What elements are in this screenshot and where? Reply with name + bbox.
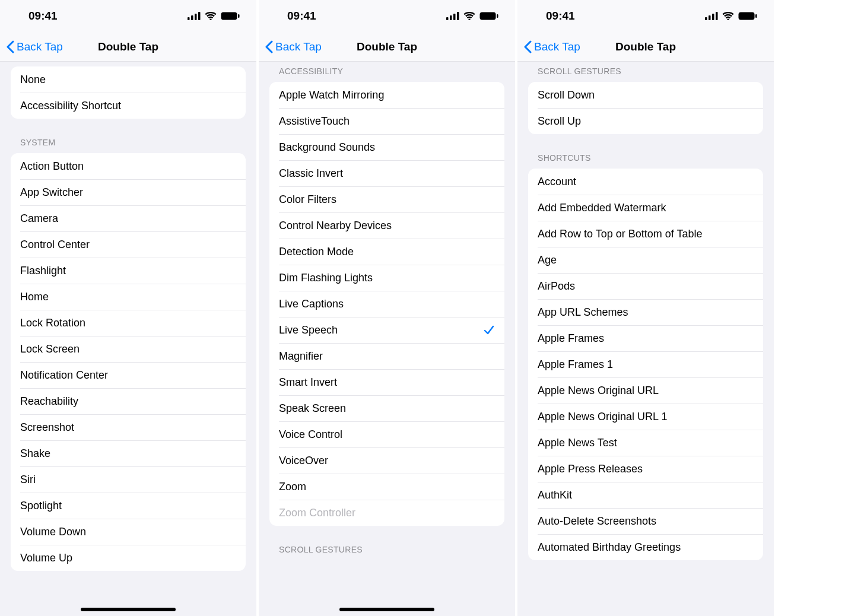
option-volume-up[interactable]: Volume Up bbox=[11, 545, 246, 571]
option-color-filters[interactable]: Color Filters bbox=[269, 186, 504, 212]
option-assistivetouch[interactable]: AssistiveTouch bbox=[269, 108, 504, 134]
section-header-shortcuts: SHORTCUTS bbox=[517, 145, 774, 166]
option-volume-down[interactable]: Volume Down bbox=[11, 519, 246, 545]
option-voiceover[interactable]: VoiceOver bbox=[269, 447, 504, 474]
option-home[interactable]: Home bbox=[11, 284, 246, 310]
option-lock-screen[interactable]: Lock Screen bbox=[11, 336, 246, 362]
section-header-scroll-gestures: SCROLL GESTURES bbox=[517, 62, 774, 80]
scroll-gestures-group: Scroll Down Scroll Up bbox=[528, 82, 763, 134]
nav-bar: Back Tap Double Tap bbox=[259, 32, 515, 62]
row-label: Automated Birthday Greetings bbox=[538, 541, 681, 554]
row-label: Color Filters bbox=[279, 193, 336, 206]
option-automated-birthday-greetings[interactable]: Automated Birthday Greetings bbox=[528, 534, 763, 560]
row-label: Notification Center bbox=[20, 369, 108, 382]
status-bar: 09:41 bbox=[0, 0, 256, 32]
option-camera[interactable]: Camera bbox=[11, 205, 246, 231]
option-voice-control[interactable]: Voice Control bbox=[269, 421, 504, 447]
row-label: Classic Invert bbox=[279, 167, 343, 180]
row-label: Screenshot bbox=[20, 421, 74, 434]
back-label: Back Tap bbox=[534, 40, 580, 53]
option-apple-frames[interactable]: Apple Frames bbox=[528, 325, 763, 351]
option-live-captions[interactable]: Live Captions bbox=[269, 291, 504, 317]
battery-icon bbox=[221, 12, 240, 20]
row-label: Volume Down bbox=[20, 526, 86, 538]
option-apple-news-original-url[interactable]: Apple News Original URL bbox=[528, 377, 763, 404]
row-label: AuthKit bbox=[538, 489, 572, 501]
row-label: Apple Watch Mirroring bbox=[279, 89, 384, 101]
option-scroll-up[interactable]: Scroll Up bbox=[528, 108, 763, 134]
option-authkit[interactable]: AuthKit bbox=[528, 482, 763, 508]
option-action-button[interactable]: Action Button bbox=[11, 153, 246, 179]
home-indicator[interactable] bbox=[81, 608, 176, 611]
option-zoom-controller: Zoom Controller bbox=[269, 500, 504, 526]
option-apple-watch-mirroring[interactable]: Apple Watch Mirroring bbox=[269, 82, 504, 108]
option-classic-invert[interactable]: Classic Invert bbox=[269, 160, 504, 186]
option-lock-rotation[interactable]: Lock Rotation bbox=[11, 310, 246, 336]
option-apple-news-original-url-1[interactable]: Apple News Original URL 1 bbox=[528, 404, 763, 430]
row-label: App Switcher bbox=[20, 186, 83, 199]
row-label: Camera bbox=[20, 212, 58, 225]
option-control-center[interactable]: Control Center bbox=[11, 231, 246, 258]
row-label: Apple News Test bbox=[538, 437, 617, 449]
svg-rect-13 bbox=[497, 14, 498, 18]
option-app-switcher[interactable]: App Switcher bbox=[11, 179, 246, 205]
option-live-speech[interactable]: Live Speech bbox=[269, 317, 504, 343]
section-header-system: SYSTEM bbox=[0, 129, 256, 151]
svg-point-4 bbox=[209, 18, 211, 20]
status-icons bbox=[188, 0, 240, 32]
option-apple-frames-1[interactable]: Apple Frames 1 bbox=[528, 351, 763, 377]
row-label: Voice Control bbox=[279, 428, 342, 441]
option-accessibility-shortcut[interactable]: Accessibility Shortcut bbox=[11, 93, 246, 119]
row-label: Apple Frames 1 bbox=[538, 358, 613, 371]
row-label: Siri bbox=[20, 474, 36, 486]
option-shake[interactable]: Shake bbox=[11, 440, 246, 466]
row-label: Apple News Original URL 1 bbox=[538, 411, 667, 423]
option-apple-news-test[interactable]: Apple News Test bbox=[528, 430, 763, 456]
option-airpods[interactable]: AirPods bbox=[528, 273, 763, 299]
option-scroll-down[interactable]: Scroll Down bbox=[528, 82, 763, 108]
option-smart-invert[interactable]: Smart Invert bbox=[269, 369, 504, 395]
option-speak-screen[interactable]: Speak Screen bbox=[269, 395, 504, 421]
option-control-nearby-devices[interactable]: Control Nearby Devices bbox=[269, 212, 504, 239]
status-bar: 09:41 bbox=[517, 0, 774, 32]
back-button[interactable]: Back Tap bbox=[0, 39, 63, 55]
option-add-row-to-top-or-bottom-of-table[interactable]: Add Row to Top or Bottom of Table bbox=[528, 221, 763, 247]
svg-rect-19 bbox=[739, 12, 755, 20]
option-apple-press-releases[interactable]: Apple Press Releases bbox=[528, 456, 763, 482]
option-screenshot[interactable]: Screenshot bbox=[11, 414, 246, 440]
option-app-url-schemes[interactable]: App URL Schemes bbox=[528, 299, 763, 325]
section-header-scroll-gestures: SCROLL GESTURES bbox=[259, 536, 515, 558]
cellular-signal-icon bbox=[705, 12, 718, 20]
option-auto-delete-screenshots[interactable]: Auto-Delete Screenshots bbox=[528, 508, 763, 534]
option-magnifier[interactable]: Magnifier bbox=[269, 343, 504, 369]
option-dim-flashing-lights[interactable]: Dim Flashing Lights bbox=[269, 265, 504, 291]
row-label: Dim Flashing Lights bbox=[279, 272, 373, 284]
back-button[interactable]: Back Tap bbox=[517, 39, 580, 55]
option-none[interactable]: None bbox=[11, 66, 246, 93]
back-label: Back Tap bbox=[275, 40, 322, 53]
option-detection-mode[interactable]: Detection Mode bbox=[269, 239, 504, 265]
wifi-icon bbox=[463, 12, 475, 20]
option-reachability[interactable]: Reachability bbox=[11, 388, 246, 414]
option-spotlight[interactable]: Spotlight bbox=[11, 493, 246, 519]
option-notification-center[interactable]: Notification Center bbox=[11, 362, 246, 388]
option-add-embedded-watermark[interactable]: Add Embedded Watermark bbox=[528, 195, 763, 221]
home-indicator[interactable] bbox=[339, 608, 434, 611]
option-flashlight[interactable]: Flashlight bbox=[11, 258, 246, 284]
option-zoom[interactable]: Zoom bbox=[269, 474, 504, 500]
row-label: Add Row to Top or Bottom of Table bbox=[538, 228, 703, 240]
row-label: Magnifier bbox=[279, 350, 323, 363]
option-siri[interactable]: Siri bbox=[11, 466, 246, 493]
back-label: Back Tap bbox=[17, 40, 63, 53]
svg-point-11 bbox=[468, 18, 470, 20]
option-account[interactable]: Account bbox=[528, 169, 763, 195]
svg-rect-14 bbox=[705, 17, 707, 20]
row-label: Background Sounds bbox=[279, 141, 375, 154]
row-label: Apple Frames bbox=[538, 332, 604, 345]
option-age[interactable]: Age bbox=[528, 247, 763, 273]
chevron-left-icon bbox=[5, 39, 15, 55]
back-button[interactable]: Back Tap bbox=[259, 39, 322, 55]
row-label: AssistiveTouch bbox=[279, 115, 350, 128]
option-background-sounds[interactable]: Background Sounds bbox=[269, 134, 504, 160]
svg-rect-0 bbox=[188, 17, 190, 20]
